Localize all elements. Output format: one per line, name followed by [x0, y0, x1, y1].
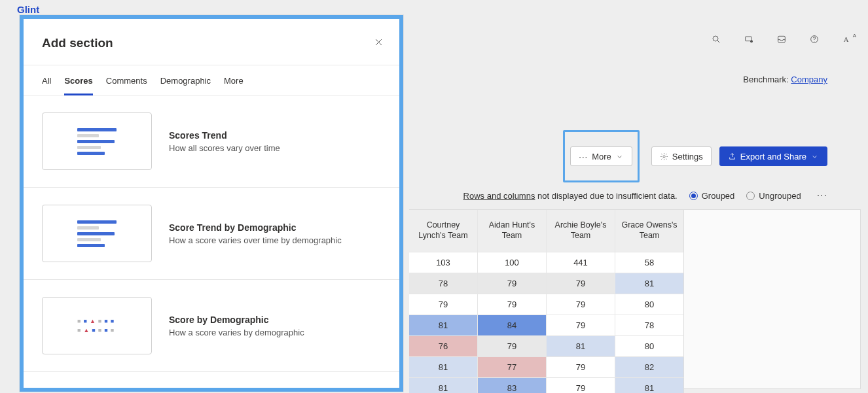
heatmap-cell[interactable]: 81: [615, 273, 684, 294]
heatmap-cell[interactable]: 82: [615, 357, 684, 378]
svg-point-8: [663, 155, 665, 157]
close-icon[interactable]: [374, 37, 384, 49]
option-desc: How all scores vary over time: [169, 143, 280, 153]
search-icon[interactable]: [711, 34, 721, 46]
thumbnail: [42, 205, 152, 262]
section-option[interactable]: Score Trend by DemographicHow a score va…: [24, 188, 399, 280]
heatmap-cell[interactable]: 76: [409, 336, 478, 357]
tab-demographic[interactable]: Demographic: [160, 72, 211, 95]
chevron-down-icon: [615, 152, 624, 161]
inbox-icon[interactable]: [776, 34, 787, 46]
font-size-icon[interactable]: AA: [842, 34, 852, 46]
overflow-menu-icon[interactable]: ···: [813, 190, 831, 201]
column-header: Archie Boyle's Team: [547, 210, 615, 252]
export-share-button[interactable]: Export and Share: [719, 146, 827, 166]
radio-ungrouped[interactable]: Ungrouped: [746, 191, 801, 201]
heatmap-cell[interactable]: 80: [615, 336, 684, 357]
chevron-down-icon: [810, 152, 819, 161]
svg-point-6: [814, 41, 815, 42]
heatmap-cell[interactable]: 81: [409, 315, 478, 336]
heatmap-cell[interactable]: 78: [615, 315, 684, 336]
section-option[interactable]: Scores TrendHow all scores vary over tim…: [24, 95, 399, 188]
svg-point-3: [750, 40, 753, 43]
column-header: Aidan Hunt's Team: [478, 210, 547, 252]
heatmap-table: Courtney Lynch's TeamAidan Hunt's TeamAr…: [409, 209, 684, 393]
heatmap-cell[interactable]: 79: [409, 294, 478, 315]
more-button-highlight: ··· More: [563, 130, 639, 182]
add-section-dialog: Add section AllScoresCommentsDemographic…: [20, 15, 403, 392]
tab-scores[interactable]: Scores: [64, 72, 92, 95]
table-empty-panel: [684, 209, 861, 389]
tab-all[interactable]: All: [42, 72, 51, 95]
option-title: Scores Trend: [169, 130, 280, 141]
device-icon[interactable]: [744, 34, 754, 46]
heatmap-cell[interactable]: 79: [478, 273, 547, 294]
heatmap-cell[interactable]: 79: [547, 378, 615, 393]
heatmap-cell[interactable]: 81: [409, 357, 478, 378]
heatmap-cell[interactable]: 78: [409, 273, 478, 294]
more-button[interactable]: ··· More: [570, 146, 632, 166]
heatmap-cell[interactable]: 79: [547, 294, 615, 315]
heatmap-cell[interactable]: 80: [615, 294, 684, 315]
heatmap-cell[interactable]: 79: [547, 357, 615, 378]
heatmap-cell[interactable]: 81: [547, 336, 615, 357]
heatmap-cell[interactable]: 58: [615, 252, 684, 273]
ellipsis-icon: ···: [579, 152, 588, 162]
svg-point-0: [713, 36, 718, 41]
heatmap-cell[interactable]: 84: [478, 315, 547, 336]
benchmark-link[interactable]: Company: [791, 75, 827, 84]
settings-button[interactable]: Settings: [651, 146, 712, 166]
section-option[interactable]: ■■▲■■■■▲■■■■Score by DemographicHow a sc…: [24, 280, 399, 372]
tab-comments[interactable]: Comments: [106, 72, 147, 95]
heatmap-cell[interactable]: 77: [478, 357, 547, 378]
info-text: Rows and columns not displayed due to in…: [463, 191, 678, 201]
dialog-title: Add section: [42, 36, 113, 50]
option-desc: How a score varies by demographic: [169, 328, 304, 337]
option-desc: How a score varies over time by demograp…: [169, 235, 342, 245]
heatmap-cell[interactable]: 79: [478, 336, 547, 357]
heatmap-cell[interactable]: 81: [615, 378, 684, 393]
heatmap-cell[interactable]: 79: [547, 315, 615, 336]
share-icon: [728, 152, 736, 161]
heatmap-cell[interactable]: 103: [409, 252, 478, 273]
benchmark-label: Benchmark: Company: [743, 75, 827, 84]
radio-grouped[interactable]: Grouped: [689, 191, 735, 201]
svg-rect-4: [778, 36, 786, 42]
heatmap-cell[interactable]: 81: [409, 378, 478, 393]
column-header: Grace Owens's Team: [615, 210, 684, 252]
svg-text:A: A: [844, 36, 849, 43]
help-icon[interactable]: [809, 34, 820, 46]
column-header: Courtney Lynch's Team: [409, 210, 478, 252]
tab-more[interactable]: More: [224, 72, 244, 95]
heatmap-cell[interactable]: 79: [547, 273, 615, 294]
option-title: Score Trend by Demographic: [169, 222, 342, 233]
svg-line-1: [717, 41, 719, 43]
thumbnail: ■■▲■■■■▲■■■■: [42, 297, 152, 354]
option-title: Score by Demographic: [169, 315, 304, 325]
brand-label: Glint: [17, 4, 39, 15]
heatmap-cell[interactable]: 100: [478, 252, 547, 273]
heatmap-cell[interactable]: 83: [478, 378, 547, 393]
thumbnail: [42, 112, 152, 170]
svg-rect-2: [746, 37, 751, 41]
rows-columns-link[interactable]: Rows and columns: [463, 191, 535, 201]
heatmap-cell[interactable]: 441: [547, 252, 615, 273]
gear-icon: [660, 152, 668, 161]
heatmap-cell[interactable]: 79: [478, 294, 547, 315]
